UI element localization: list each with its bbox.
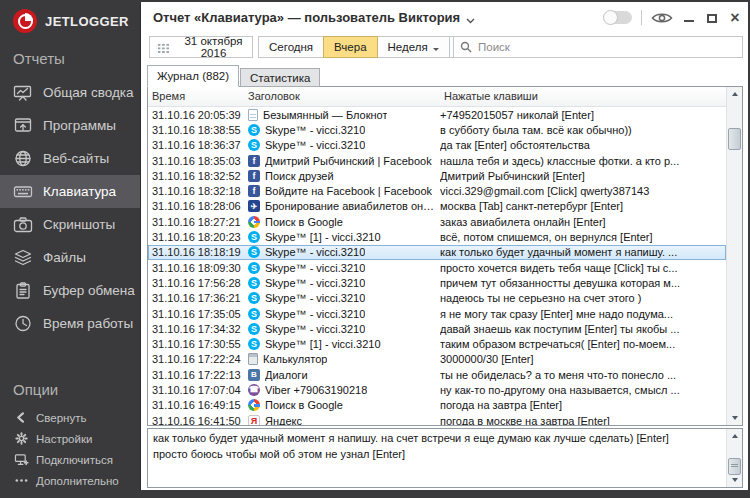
window-title-text: Skype™ - vicci.3210 [265, 246, 365, 258]
sidebar-item-programs[interactable]: Программы [0, 109, 140, 142]
google-icon [248, 399, 260, 411]
vk-icon: В [248, 369, 260, 381]
sidebar-item-files[interactable]: Файлы [0, 241, 140, 274]
tab-journal[interactable]: Журнал (882) [147, 65, 239, 87]
table-row[interactable]: 31.10.16 18:38:55SSkype™ - vicci.3210в с… [148, 122, 726, 137]
divider [641, 10, 642, 25]
table-row[interactable]: 31.10.16 17:07:04☎Viber +79063190218ну к… [148, 382, 726, 397]
cell-title: Поиск в Google [244, 216, 440, 228]
close-button[interactable]: × [728, 9, 742, 27]
cell-title: Калькулятор [244, 353, 440, 365]
sidebar-item-screenshots[interactable]: Скриншоты [0, 208, 140, 241]
date-picker-button[interactable]: 31 октября 2016 [149, 36, 253, 58]
scroll-down-button[interactable] [727, 410, 742, 425]
sidebar-item-websites[interactable]: Веб-сайты [0, 142, 140, 175]
scroll-thumb[interactable] [728, 128, 741, 150]
sidebar-item-summary[interactable]: Общая сводка [0, 76, 140, 109]
table-row[interactable]: 31.10.16 18:32:18fВойдите на Facebook | … [148, 183, 726, 198]
table-row[interactable]: 31.10.16 18:20:23SSkype™ [1] - vicci.321… [148, 229, 726, 244]
table-row[interactable]: 31.10.16 18:32:52fПоиск друзейДмитрий Ры… [148, 168, 726, 183]
minimize-button[interactable] [682, 9, 696, 27]
table-row[interactable]: 31.10.16 17:56:28SSkype™ - vicci.3210при… [148, 275, 726, 290]
cell-time: 31.10.16 18:35:03 [148, 155, 244, 167]
sidebar-item-connect[interactable]: Подключиться [0, 449, 140, 470]
sidebar-item-settings[interactable]: Настройки [0, 428, 140, 449]
titlebar: Отчет «Клавиатура» — пользователь Виктор… [141, 2, 748, 33]
table-row[interactable]: 31.10.16 18:27:21Поиск в Googleзаказ ави… [148, 214, 726, 229]
table-row[interactable]: 31.10.16 16:41:50ЯЯндекспогода в москве … [148, 413, 726, 425]
table-row[interactable]: 31.10.16 17:30:55SSkype™ [1] - vicci.321… [148, 336, 726, 351]
cell-keystrokes: я не могу так сразу [Enter] мне надо под… [440, 308, 726, 320]
table-row[interactable]: 31.10.16 18:36:37SSkype™ - vicci.3210да … [148, 138, 726, 153]
column-header[interactable]: Время [148, 87, 244, 106]
cell-keystrokes: таким образом встречаться( [Enter] по-мо… [440, 338, 726, 350]
skype-icon: S [248, 277, 260, 289]
table-row[interactable]: 31.10.16 16:49:15Поиск в Googleпогода на… [148, 398, 726, 413]
sidebar-item-label: Дополнительно [36, 475, 119, 487]
table-row[interactable]: 31.10.16 17:22:24Калькулятор3000000/30 [… [148, 352, 726, 367]
cell-time: 31.10.16 18:09:30 [148, 262, 244, 274]
cell-title: fВойдите на Facebook | Facebook [244, 185, 440, 197]
table-row[interactable]: 31.10.16 17:36:21SSkype™ - vicci.3210над… [148, 291, 726, 306]
filter-yesterday[interactable]: Вчера [323, 36, 377, 58]
maximize-button[interactable] [705, 9, 719, 27]
filter-today[interactable]: Сегодня [258, 36, 324, 58]
sidebar-nav: ОтчетыОбщая сводкаПрограммыВеб-сайтыКлав… [0, 35, 140, 491]
toggle-switch[interactable] [604, 11, 632, 24]
sidebar-item-label: Скриншоты [43, 217, 115, 232]
table-row[interactable]: 31.10.16 17:22:13ВДиалогиты не обиделась… [148, 367, 726, 382]
scroll-up-button[interactable] [727, 87, 742, 102]
logo-text: JETLOGGER [45, 14, 129, 29]
detail-panel[interactable]: как только будет удачный момент я напишу… [147, 428, 743, 488]
skype-icon: S [248, 139, 260, 151]
table-row[interactable]: 31.10.16 18:28:06✈Бронирование авиабилет… [148, 199, 726, 214]
table-row[interactable]: 31.10.16 17:35:05SSkype™ - vicci.3210я н… [148, 306, 726, 321]
table-row[interactable]: 31.10.16 18:18:19SSkype™ - vicci.3210как… [148, 245, 726, 260]
cell-title: SSkype™ [1] - vicci.3210 [244, 338, 440, 350]
filter-label: Сегодня [269, 41, 313, 53]
cell-title: fДмитрий Рыбчинский | Facebook [244, 155, 440, 167]
column-header[interactable]: Нажатые клавиши [440, 87, 726, 106]
sidebar-item-keyboard[interactable]: Клавиатура [0, 175, 140, 208]
section-title: Отчеты [0, 35, 140, 76]
sidebar-item-worktime[interactable]: Время работы [0, 307, 140, 340]
table-row[interactable]: 31.10.16 18:35:03fДмитрий Рыбчинский | F… [148, 153, 726, 168]
window-title-text: Калькулятор [263, 353, 327, 365]
tab-bar: Журнал (882)Статистика [147, 65, 320, 87]
cell-keystrokes: надеюсь ты не серьезно на счет этого ) [440, 292, 726, 304]
search-input[interactable] [476, 40, 742, 54]
table-row[interactable]: 31.10.16 20:05:39Безымянный — Блокнот+74… [148, 107, 726, 122]
sidebar-item-more[interactable]: Дополнительно [0, 470, 140, 491]
chevron-down-icon[interactable] [466, 10, 475, 28]
cell-keystrokes: да так [Enter] обстоятельства [440, 139, 726, 151]
table-row[interactable]: 31.10.16 17:34:32SSkype™ - vicci.3210дав… [148, 321, 726, 336]
filter-week[interactable]: Неделя [377, 36, 450, 58]
settings-icon [14, 432, 29, 445]
page-title: Отчет «Клавиатура» — пользователь Виктор… [153, 10, 460, 25]
cell-title: SSkype™ - vicci.3210 [244, 277, 440, 289]
cell-title: fПоиск друзей [244, 170, 440, 182]
skype-icon: S [248, 262, 260, 274]
cell-title: ☎Viber +79063190218 [244, 384, 440, 396]
eye-icon[interactable] [651, 11, 673, 25]
table-row[interactable]: 31.10.16 18:09:30SSkype™ - vicci.3210про… [148, 260, 726, 275]
sidebar-item-collapse[interactable]: Свернуть [0, 407, 140, 428]
scroll-track[interactable] [727, 444, 742, 472]
cell-title: SSkype™ - vicci.3210 [244, 323, 440, 335]
table-scrollbar[interactable] [726, 87, 742, 425]
detail-scrollbar[interactable] [726, 429, 742, 487]
scroll-up-button[interactable] [727, 429, 742, 444]
cell-time: 31.10.16 16:49:15 [148, 399, 244, 411]
scroll-track[interactable] [727, 102, 742, 410]
column-header[interactable]: Заголовок [244, 87, 440, 106]
collapse-icon [14, 411, 29, 424]
search-icon [460, 41, 472, 53]
tab-statistics[interactable]: Статистика [240, 68, 320, 87]
cell-title: SSkype™ - vicci.3210 [244, 124, 440, 136]
sidebar-item-clipboard[interactable]: Буфер обмена [0, 274, 140, 307]
scroll-thumb[interactable] [728, 458, 741, 475]
websites-icon [12, 150, 34, 167]
cell-time: 31.10.16 20:05:39 [148, 109, 244, 121]
cell-keystrokes: просто хочется видеть тебя чаще [Click] … [440, 262, 726, 274]
skype-icon: S [248, 323, 260, 335]
